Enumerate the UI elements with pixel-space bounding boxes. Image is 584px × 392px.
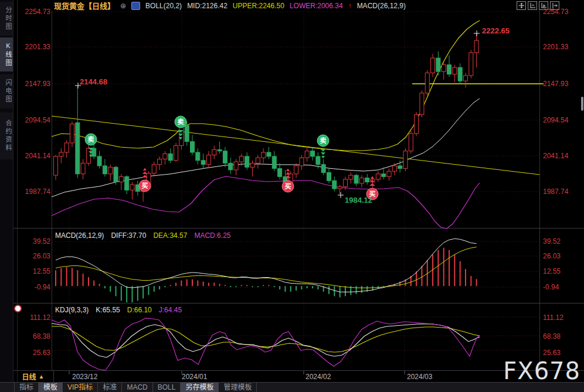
x-axis-date: 2024/02 — [305, 373, 331, 381]
watermark: FX678 — [503, 357, 580, 384]
boll-label: BOLL(20,2) — [145, 2, 182, 10]
price-annotation-low: 1984.12 — [345, 196, 372, 204]
y-axis-label-right: 2094.54 — [543, 116, 580, 124]
svg-text:卖: 卖 — [88, 135, 94, 143]
macd-title: MACD(26,12,9) — [55, 231, 104, 240]
y-axis-label-right: 2041.14 — [543, 152, 580, 160]
macd-dea-value: DEA:34.57 — [153, 231, 187, 240]
x-axis-date: 2024/03 — [407, 373, 432, 381]
y-axis-label: 2041.14 — [18, 152, 50, 160]
y-axis-label-right: 2201.33 — [543, 43, 580, 51]
y-axis-label: 2201.33 — [18, 43, 50, 51]
up-arrow-icon: ↑ — [348, 2, 352, 10]
macd-axis-label-right: 12.55 — [543, 267, 580, 275]
boll-lower-value: LOWER:2006.34 — [290, 2, 343, 10]
macd-axis-label: 39.52 — [18, 237, 50, 246]
kdj-axis-label-right: 25.63 — [543, 349, 580, 357]
x-axis-date: 2024/01 — [182, 373, 207, 381]
sidebar-item-lightning[interactable]: 闪电图 — [0, 74, 13, 108]
macd-axis-label-right: 26.03 — [543, 252, 580, 260]
pan-icon[interactable] — [517, 1, 526, 10]
macd-diff-value: DIFF:37.70 — [111, 231, 146, 240]
macd-label: MACD(26,12,9) — [357, 2, 406, 10]
sidebar-item-timeshare[interactable]: 分时图 — [0, 2, 13, 36]
kdj-axis-label-right: 111.12 — [543, 313, 580, 322]
chart-canvas[interactable]: 卖买卖买卖买 — [0, 0, 584, 392]
svg-text:卖: 卖 — [320, 137, 327, 144]
y-axis-label: 2254.73 — [18, 8, 50, 16]
chart-thumbnail-icon — [131, 2, 140, 10]
svg-text:卖: 卖 — [178, 118, 184, 125]
scrollbar-thumb[interactable] — [581, 97, 583, 111]
y-axis-label-right: 2147.93 — [543, 80, 580, 88]
tab-manage-templates[interactable]: 管理模板 — [219, 383, 257, 392]
boll-mid-value: MID:2126.42 — [187, 2, 228, 10]
y-axis-label-right: 2254.73 — [543, 8, 580, 16]
sidebar-item-contract-info[interactable]: 合约资料 — [0, 113, 13, 159]
kdj-axis-label: 68.38 — [18, 332, 50, 340]
svg-text:买: 买 — [285, 183, 291, 190]
tab-vip-indicators[interactable]: VIP指标 — [63, 383, 98, 392]
macd-axis-label-right: 39.52 — [543, 237, 580, 246]
kdj-panel-header: KDJ(9,3,3) K:65.55 D:66.10 J:64.45 — [55, 306, 182, 314]
fit-horizontal-icon[interactable] — [528, 1, 537, 10]
tab-save-template[interactable]: 另存模板 — [181, 383, 219, 392]
tab-boll[interactable]: BOLL — [153, 383, 181, 392]
indicator-tabbar: 指标 模板 VIP指标 标准 MACD BOLL 另存模板 管理模板 — [0, 382, 584, 392]
macd-macd-value: MACD:6.25 — [194, 231, 230, 240]
chart-type-sidebar: 分时图 K线图 闪电图 合约资料 — [0, 0, 13, 392]
kdj-axis-label-right: 68.38 — [543, 332, 580, 340]
kdj-axis-label: 111.12 — [18, 313, 50, 322]
chart-header: 现货黄金【日线】 ⊕ BOLL(20,2) MID:2126.42 UPPER:… — [54, 1, 406, 11]
y-axis-label: 2094.54 — [18, 116, 50, 124]
macd-axis-label: 26.03 — [18, 252, 50, 260]
kdj-j-value: J:64.45 — [159, 306, 182, 314]
panel-alert-icon — [14, 305, 22, 312]
kdj-title: KDJ(9,3,3) — [55, 306, 89, 314]
macd-panel-header: MACD(26,12,9) DIFF:37.70 DEA:34.57 MACD:… — [55, 231, 230, 240]
kdj-axis-label: 25.63 — [18, 349, 50, 357]
period-selector[interactable]: 日线 ▲ — [13, 371, 54, 382]
kdj-k-value: K:65.55 — [96, 306, 120, 314]
tab-indicators[interactable]: 指标 — [14, 383, 39, 392]
y-axis-label-right: 1987.74 — [543, 188, 580, 196]
y-axis-label: 1987.74 — [18, 188, 50, 196]
sidebar-item-kline[interactable]: K线图 — [0, 38, 13, 71]
add-indicator-icon[interactable]: ⊕ — [120, 2, 126, 10]
y-axis-label: 2147.93 — [18, 80, 50, 88]
price-annotation-spike: 2144.68 — [80, 77, 107, 86]
boll-upper-value: UPPER:2246.50 — [233, 2, 284, 10]
period-label: 日线 — [22, 371, 36, 381]
instrument-title[interactable]: 现货黄金【日线】 — [54, 0, 115, 11]
tab-templates[interactable]: 模板 — [39, 383, 63, 392]
macd-axis-label: -0.94 — [18, 283, 50, 291]
svg-text:买: 买 — [142, 182, 148, 189]
tab-macd[interactable]: MACD — [122, 383, 152, 392]
price-annotation-peak: 2222.65 — [482, 26, 510, 35]
macd-axis-label: 12.55 — [18, 267, 50, 275]
tab-standard[interactable]: 标准 — [98, 383, 122, 392]
kdj-d-value: D:66.10 — [127, 306, 152, 314]
period-arrow-icon: ▲ — [39, 373, 45, 380]
macd-axis-label-right: -0.94 — [543, 283, 580, 291]
trading-app: 卖买卖买卖买 分时图 K线图 闪电图 合约资料 现货黄金【日线】 ⊕ BOLL(… — [0, 0, 584, 392]
x-axis-date: 2023/12 — [72, 373, 97, 381]
